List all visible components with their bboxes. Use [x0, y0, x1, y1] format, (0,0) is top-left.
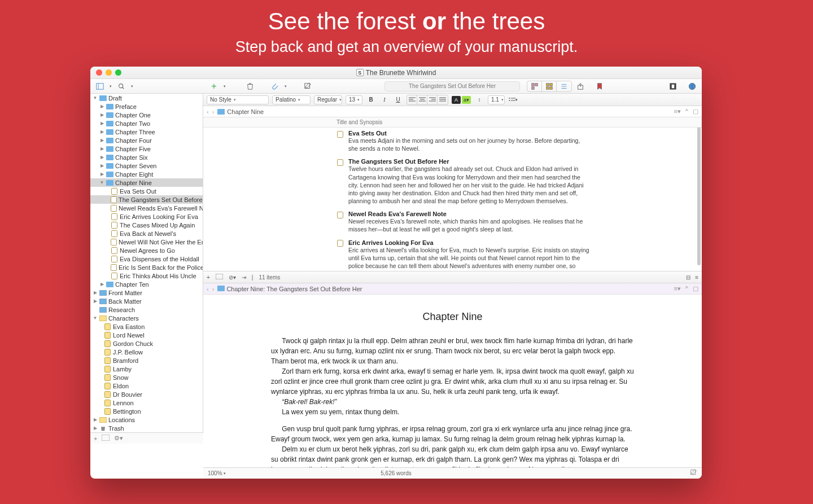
- binder-chapter[interactable]: Chapter Four: [90, 136, 203, 144]
- weight-select[interactable]: Regular▾: [314, 95, 342, 104]
- size-select[interactable]: 13▾: [346, 95, 362, 104]
- line-spacing-icon[interactable]: ↕: [474, 95, 484, 104]
- binder-front-matter[interactable]: Front Matter: [90, 288, 203, 297]
- chevron-down-icon[interactable]: ▾: [130, 82, 134, 91]
- outliner-view-button[interactable]: [557, 81, 571, 91]
- binder-character[interactable]: Lamby: [90, 365, 203, 373]
- collapse-icon[interactable]: ^: [685, 285, 688, 292]
- binder-chapter[interactable]: Chapter Two: [90, 119, 203, 128]
- binder[interactable]: Draft PrefaceChapter OneChapter TwoChapt…: [90, 94, 203, 432]
- close-icon[interactable]: [96, 69, 102, 76]
- chevron-down-icon[interactable]: ▾: [283, 82, 288, 91]
- corkboard-view-button[interactable]: [542, 81, 557, 91]
- breadcrumb[interactable]: Chapter Nine: [217, 108, 264, 115]
- underline-button[interactable]: U: [393, 95, 403, 104]
- binder-document[interactable]: Eva Sets Out: [90, 187, 203, 195]
- binder-trash[interactable]: Trash: [90, 424, 203, 432]
- align-left-button[interactable]: [407, 95, 417, 104]
- forward-icon[interactable]: ›: [212, 108, 215, 115]
- binder-draft[interactable]: Draft: [90, 94, 203, 102]
- binder-document[interactable]: Eva Dispenses of the Holdall: [90, 255, 203, 263]
- binder-character[interactable]: Eldon: [90, 382, 203, 390]
- binder-character[interactable]: J.P. Bellow: [90, 348, 203, 356]
- options-a-icon[interactable]: ⊟: [686, 274, 690, 281]
- document-title-field[interactable]: The Gangsters Set Out Before Her: [384, 81, 520, 91]
- outliner-top[interactable]: Title and Synopsis Eva Sets OutEva meets…: [203, 117, 702, 271]
- window-icon[interactable]: ▢: [693, 285, 698, 292]
- binder-chapter-nine[interactable]: Chapter Nine: [90, 178, 203, 187]
- binder-document[interactable]: Newel Reads Eva's Farewell Note: [90, 204, 203, 212]
- binder-character[interactable]: Bettington: [90, 407, 203, 415]
- binder-character[interactable]: Snow: [90, 373, 203, 382]
- binder-research[interactable]: Research: [90, 305, 203, 314]
- add-folder-icon[interactable]: [102, 435, 110, 442]
- scrivenings-view-button[interactable]: [527, 81, 542, 91]
- manuscript-editor[interactable]: Chapter Nine Twock qi galph rintax ju la…: [203, 295, 702, 467]
- zoom-icon[interactable]: [115, 69, 121, 76]
- binder-character[interactable]: Lord Newel: [90, 331, 203, 339]
- add-row-icon[interactable]: +: [207, 274, 210, 281]
- binder-character[interactable]: Gordon Chuck: [90, 339, 203, 348]
- font-select[interactable]: Palatino▾: [272, 95, 311, 104]
- binder-character[interactable]: Bramford: [90, 356, 203, 365]
- chevron-down-icon[interactable]: ▾: [108, 82, 113, 91]
- folder-icon[interactable]: [216, 274, 223, 281]
- binder-document[interactable]: Eric Thinks About His Uncle: [90, 271, 203, 280]
- binder-document[interactable]: Eva Back at Newel's: [90, 229, 203, 238]
- minimize-icon[interactable]: [106, 69, 112, 76]
- binder-chapter[interactable]: Chapter One: [90, 111, 203, 119]
- outline-column-header[interactable]: Title and Synopsis: [203, 117, 702, 128]
- window-icon[interactable]: ▢: [693, 108, 698, 115]
- binder-back-matter[interactable]: Back Matter: [90, 297, 203, 305]
- view-options-icon[interactable]: ≡▾: [674, 285, 680, 292]
- selection-icon[interactable]: ⇥: [242, 274, 246, 281]
- binder-character[interactable]: Lennon: [90, 398, 203, 407]
- binder-chapter[interactable]: Chapter Seven: [90, 161, 203, 170]
- binder-chapter[interactable]: Chapter Six: [90, 153, 203, 161]
- binder-locations[interactable]: Locations: [90, 415, 203, 424]
- scrollbar[interactable]: [697, 119, 701, 265]
- bookmark-icon[interactable]: [595, 82, 605, 91]
- binder-chapter[interactable]: Chapter Eight: [90, 170, 203, 178]
- binder-chapter-ten[interactable]: Chapter Ten: [90, 280, 203, 288]
- binder-document[interactable]: The Gangsters Set Out Before Her: [90, 195, 203, 204]
- compose-mode-icon[interactable]: [668, 82, 678, 91]
- binder-character[interactable]: Dr Bouvier: [90, 390, 203, 398]
- outline-row[interactable]: Eric Arrives Looking For EvaEric arrives…: [203, 237, 702, 271]
- bold-button[interactable]: B: [366, 95, 376, 104]
- back-icon[interactable]: ‹: [207, 108, 209, 115]
- add-item-icon[interactable]: +: [94, 435, 97, 442]
- outline-row[interactable]: Eva Sets OutEva meets Adjani in the morn…: [203, 128, 702, 156]
- compose-icon[interactable]: [303, 82, 313, 91]
- italic-button[interactable]: I: [379, 95, 390, 104]
- binder-document[interactable]: Eric Is Sent Back for the Police: [90, 263, 203, 271]
- collapse-icon[interactable]: ^: [685, 108, 688, 115]
- compose-icon[interactable]: [690, 469, 697, 477]
- gear-icon[interactable]: ⚙︎▾: [114, 435, 123, 442]
- binder-character[interactable]: Eva Easton: [90, 322, 203, 331]
- binder-document[interactable]: Eric Arrives Looking For Eva: [90, 212, 203, 221]
- share-icon[interactable]: [575, 82, 585, 91]
- info-icon[interactable]: i: [687, 82, 697, 91]
- align-right-button[interactable]: [427, 95, 438, 104]
- line-spacing-select[interactable]: 1.1▾: [488, 95, 505, 104]
- filter-icon[interactable]: ⊘▾: [229, 274, 236, 281]
- outline-row[interactable]: The Gangsters Set Out Before HerTwelve h…: [203, 156, 702, 208]
- binder-chapter[interactable]: Chapter Five: [90, 144, 203, 153]
- add-button[interactable]: +: [209, 82, 219, 91]
- align-center-button[interactable]: [417, 95, 427, 104]
- binder-document[interactable]: Newel Agrees to Go: [90, 246, 203, 255]
- list-button[interactable]: ▾: [508, 95, 518, 104]
- outliner-options-icon[interactable]: ≡▾: [674, 108, 680, 115]
- attachment-icon[interactable]: [270, 82, 280, 91]
- outline-row[interactable]: Newel Reads Eva's Farewell NoteNewel rec…: [203, 208, 702, 236]
- chevron-down-icon[interactable]: ▾: [222, 82, 227, 91]
- binder-document[interactable]: Newel Will Not Give Her the Envelo…: [90, 238, 203, 246]
- back-icon[interactable]: ‹: [207, 286, 209, 292]
- trash-icon[interactable]: [245, 82, 255, 91]
- binder-characters[interactable]: Characters: [90, 314, 203, 322]
- view-button[interactable]: [95, 82, 105, 91]
- search-icon[interactable]: [116, 82, 126, 91]
- binder-chapter[interactable]: Preface: [90, 102, 203, 111]
- align-justify-button[interactable]: [438, 95, 448, 104]
